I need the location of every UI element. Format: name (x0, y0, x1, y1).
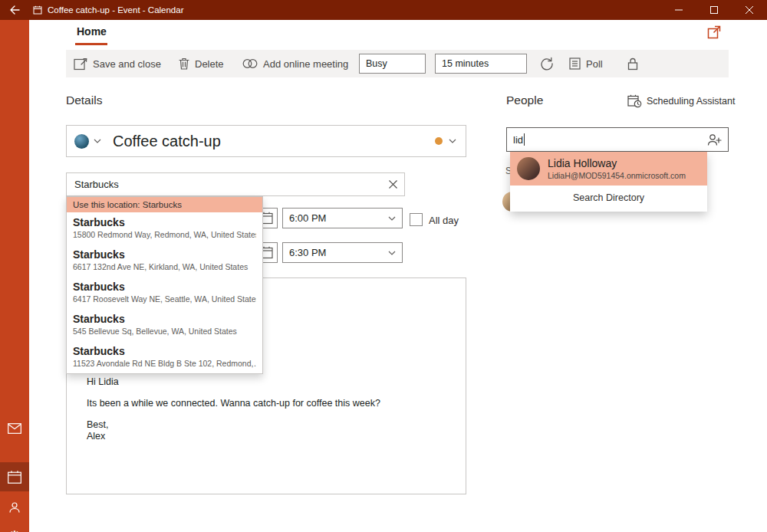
start-time-select[interactable]: 6:00 PM (282, 208, 403, 228)
poll-button[interactable]: Poll (569, 50, 603, 77)
show-as-select[interactable]: Busy (359, 54, 426, 74)
people-icon (8, 501, 21, 514)
location-suggestion-name: Starbucks (73, 313, 256, 325)
open-event-pane-button[interactable] (706, 25, 723, 41)
tab-home-label: Home (77, 25, 107, 38)
category-dot-icon (435, 137, 443, 145)
location-suggestions-dropdown: Use this location: Starbucks Starbucks 1… (66, 196, 263, 374)
location-suggestion-address: 11523 Avondale Rd NE Bldg B Ste 102, Red… (73, 359, 256, 368)
app-calendar-icon (33, 5, 42, 15)
poll-icon (569, 57, 581, 70)
body-line: Hi Lidia (87, 376, 450, 388)
online-meeting-icon (242, 58, 258, 69)
event-toolbar: Save and close Delete Add online meeting… (66, 50, 729, 77)
all-day-label: All day (429, 215, 459, 226)
details-heading: Details (66, 94, 102, 107)
calendar-event-window: Coffee catch-up - Event - Calendar (0, 0, 767, 532)
reminder-select[interactable]: 15 minutes (435, 54, 527, 74)
location-suggestion-address: 15800 Redmond Way, Redmond, WA, United S… (73, 230, 256, 239)
add-online-meeting-button[interactable]: Add online meeting (242, 50, 348, 77)
window-title: Coffee catch-up - Event - Calendar (48, 5, 184, 15)
tab-home[interactable]: Home (77, 25, 107, 38)
search-directory-button[interactable]: Search Directory (510, 186, 707, 212)
tab-home-underline (75, 43, 107, 45)
location-suggestion-item[interactable]: Starbucks 545 Bellevue Sq, Bellevue, WA,… (67, 309, 262, 341)
people-suggestions-dropdown: Lidia Holloway LidiaH@MOD591454.onmicros… (510, 152, 707, 212)
rail-mail-button[interactable] (0, 414, 29, 443)
location-suggestion-name: Starbucks (73, 216, 256, 228)
save-and-close-icon (74, 57, 87, 71)
gear-icon: ⚙ (8, 529, 21, 532)
location-suggestion-name: Starbucks (73, 345, 256, 357)
show-as-value: Busy (366, 58, 387, 69)
add-person-icon[interactable] (707, 133, 722, 146)
body-line: Best, (87, 419, 450, 431)
start-time-value: 6:00 PM (289, 212, 326, 224)
poll-label: Poll (586, 58, 603, 70)
all-day-checkbox[interactable] (410, 213, 423, 226)
location-input[interactable]: Starbucks (66, 172, 405, 196)
scheduling-assistant-icon (627, 94, 642, 108)
person-name: Lidia Holloway (548, 157, 686, 169)
reminder-value: 15 minutes (442, 58, 489, 69)
rail-settings-button[interactable]: ⚙ (0, 521, 29, 532)
location-suggestion-item[interactable]: Starbucks 6417 Roosevelt Way NE, Seattle… (67, 277, 262, 309)
trash-icon (179, 57, 189, 70)
delete-button[interactable]: Delete (179, 50, 224, 77)
repeat-button[interactable] (540, 50, 554, 77)
mail-icon (8, 423, 21, 434)
private-button[interactable] (627, 50, 638, 77)
add-online-meeting-label: Add online meeting (263, 58, 348, 70)
back-arrow-icon (9, 5, 20, 15)
rail-calendar-button[interactable] (0, 462, 29, 491)
person-avatar (517, 157, 540, 180)
calendar-picker-chevron-icon[interactable] (94, 139, 101, 143)
minimize-button[interactable] (661, 0, 696, 20)
location-suggestion-address: 545 Bellevue Sq, Bellevue, WA, United St… (73, 327, 256, 336)
delete-label: Delete (195, 58, 224, 70)
maximize-button[interactable] (696, 0, 732, 20)
end-time-chevron-icon (388, 251, 396, 255)
close-button[interactable] (732, 0, 767, 20)
text-caret (524, 133, 525, 146)
person-email: LidiaH@MOD591454.onmicrosoft.com (548, 171, 686, 180)
event-subject-field[interactable]: Coffee catch-up (66, 125, 466, 157)
use-this-location-item[interactable]: Use this location: Starbucks (67, 197, 262, 212)
sync-icon (540, 57, 554, 71)
event-subject-value: Coffee catch-up (113, 133, 221, 150)
calendar-color-icon (74, 134, 89, 149)
scheduling-assistant-label: Scheduling Assistant (647, 96, 735, 107)
person-suggestion-item[interactable]: Lidia Holloway LidiaH@MOD591454.onmicros… (510, 152, 707, 186)
location-suggestion-name: Starbucks (73, 281, 256, 293)
app-rail: ⚙ (0, 20, 29, 532)
scheduling-assistant-button[interactable]: Scheduling Assistant (627, 94, 735, 108)
location-value: Starbucks (74, 179, 119, 190)
people-heading: People (506, 94, 543, 107)
location-suggestion-address: 6617 132nd Ave NE, Kirkland, WA, United … (73, 262, 256, 271)
end-time-select[interactable]: 6:30 PM (282, 242, 403, 263)
back-button[interactable] (0, 0, 29, 20)
body-line: Alex (87, 431, 450, 442)
window-controls (661, 0, 767, 20)
popout-icon (706, 25, 723, 40)
location-suggestion-address: 6417 Roosevelt Way NE, Seattle, WA, Unit… (73, 294, 256, 304)
location-suggestion-item[interactable]: Starbucks 15800 Redmond Way, Redmond, WA… (67, 212, 262, 245)
rail-people-button[interactable] (0, 493, 29, 522)
location-suggestion-item[interactable]: Starbucks 6617 132nd Ave NE, Kirkland, W… (67, 245, 262, 277)
save-and-close-button[interactable]: Save and close (74, 50, 161, 77)
lock-icon (627, 57, 638, 71)
clear-location-icon[interactable] (387, 179, 399, 190)
location-suggestion-item[interactable]: Starbucks 11523 Avondale Rd NE Bldg B St… (67, 341, 262, 373)
titlebar: Coffee catch-up - Event - Calendar (0, 0, 767, 20)
body-line: Its been a while we connected. Wanna cat… (87, 398, 450, 409)
location-suggestion-name: Starbucks (73, 248, 256, 261)
calendar-icon (8, 471, 21, 484)
invite-input-value: lid (513, 134, 523, 146)
category-chevron-icon[interactable] (449, 139, 456, 143)
start-time-chevron-icon (388, 216, 396, 221)
end-time-value: 6:30 PM (289, 247, 326, 258)
save-and-close-label: Save and close (93, 58, 161, 70)
invite-someone-input[interactable]: lid (506, 127, 729, 152)
